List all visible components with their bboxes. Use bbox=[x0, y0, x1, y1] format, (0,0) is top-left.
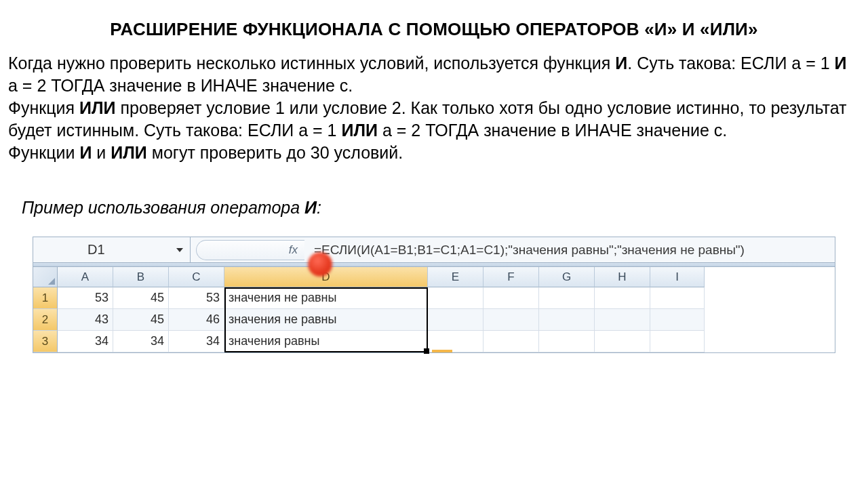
col-header-B[interactable]: B bbox=[113, 267, 169, 287]
cell-E1[interactable] bbox=[428, 287, 484, 309]
body-t8: и bbox=[92, 143, 111, 162]
body-b4: ИЛИ bbox=[341, 121, 377, 140]
cell-G3[interactable] bbox=[539, 331, 595, 352]
cell-F3[interactable] bbox=[484, 331, 539, 352]
cell-D1[interactable]: значения не равны bbox=[224, 287, 428, 309]
cell-B1[interactable]: 45 bbox=[113, 287, 169, 309]
example-caption-pre: Пример использования оператора bbox=[22, 198, 304, 217]
cell-D2[interactable]: значения не равны bbox=[224, 309, 428, 331]
body-t6: а = 2 ТОГДА значение в ИНАЧЕ значение с. bbox=[378, 121, 727, 140]
col-header-G[interactable]: G bbox=[539, 267, 595, 287]
body-t9: могут проверить до 30 условий. bbox=[147, 143, 403, 162]
body-b6: ИЛИ bbox=[111, 143, 146, 162]
cell-C1[interactable]: 53 bbox=[169, 287, 224, 309]
body-b2: И bbox=[835, 54, 847, 73]
cell-B3[interactable]: 34 bbox=[113, 331, 169, 352]
chevron-down-icon bbox=[176, 248, 183, 252]
row-header-2[interactable]: 2 bbox=[33, 309, 58, 331]
cell-H2[interactable] bbox=[595, 309, 650, 331]
name-box[interactable]: D1 bbox=[33, 237, 191, 262]
body-t3: а = 2 ТОГДА значение в ИНАЧЕ значение с. bbox=[8, 76, 353, 95]
body-t7: Функции bbox=[8, 143, 79, 162]
cell-I3[interactable] bbox=[650, 331, 705, 352]
excel-screenshot: D1 fx =ЕСЛИ(И(A1=B1;B1=C1;A1=C1);"значен… bbox=[33, 237, 835, 353]
cell-A1[interactable]: 53 bbox=[58, 287, 113, 309]
insert-function-button[interactable]: fx bbox=[196, 240, 304, 260]
formula-input[interactable]: =ЕСЛИ(И(A1=B1;B1=C1;A1=C1);"значения рав… bbox=[314, 243, 745, 258]
cell-H3[interactable] bbox=[595, 331, 650, 352]
slide-body: Когда нужно проверить несколько истинных… bbox=[7, 52, 861, 164]
cell-H1[interactable] bbox=[595, 287, 650, 309]
fx-icon: fx bbox=[289, 243, 298, 257]
example-caption: Пример использования оператора И: bbox=[22, 198, 861, 218]
row-header-1[interactable]: 1 bbox=[33, 287, 58, 309]
slide-title: РАСШИРЕНИЕ ФУНКЦИОНАЛА С ПОМОЩЬЮ ОПЕРАТО… bbox=[7, 19, 861, 40]
cell-E2[interactable] bbox=[428, 309, 484, 331]
cell-I1[interactable] bbox=[650, 287, 705, 309]
cell-G1[interactable] bbox=[539, 287, 595, 309]
cell-I2[interactable] bbox=[650, 309, 705, 331]
name-box-value: D1 bbox=[87, 242, 105, 258]
cell-F1[interactable] bbox=[484, 287, 539, 309]
body-t1: Когда нужно проверить несколько истинных… bbox=[8, 54, 615, 73]
body-b1: И bbox=[615, 54, 627, 73]
formula-bar: D1 fx =ЕСЛИ(И(A1=B1;B1=C1;A1=C1);"значен… bbox=[33, 237, 835, 263]
cell-B2[interactable]: 45 bbox=[113, 309, 169, 331]
cell-F2[interactable] bbox=[484, 309, 539, 331]
cell-D3[interactable]: значения равны bbox=[224, 331, 428, 352]
row-header-3[interactable]: 3 bbox=[33, 331, 58, 352]
col-header-E[interactable]: E bbox=[428, 267, 484, 287]
body-b5: И bbox=[79, 143, 92, 162]
example-caption-post: : bbox=[317, 198, 321, 217]
spreadsheet-grid[interactable]: A B C D E F G H I 1 53 45 53 значения не… bbox=[33, 267, 835, 352]
example-caption-bold: И bbox=[304, 198, 317, 217]
col-header-C[interactable]: C bbox=[169, 267, 224, 287]
col-header-I[interactable]: I bbox=[650, 267, 705, 287]
body-t4: Функция bbox=[8, 98, 79, 117]
cell-A2[interactable]: 43 bbox=[58, 309, 113, 331]
cell-A3[interactable]: 34 bbox=[58, 331, 113, 352]
col-header-H[interactable]: H bbox=[595, 267, 650, 287]
body-t2: . Суть такова: ЕСЛИ а = 1 bbox=[627, 54, 834, 73]
cell-C2[interactable]: 46 bbox=[169, 309, 224, 331]
cell-C3[interactable]: 34 bbox=[169, 331, 224, 352]
col-header-F[interactable]: F bbox=[484, 267, 539, 287]
body-b3: ИЛИ bbox=[79, 98, 115, 117]
col-header-A[interactable]: A bbox=[58, 267, 113, 287]
col-header-D[interactable]: D bbox=[224, 267, 428, 287]
select-all-corner[interactable] bbox=[33, 267, 58, 287]
cell-G2[interactable] bbox=[539, 309, 595, 331]
cell-E3[interactable] bbox=[428, 331, 484, 352]
